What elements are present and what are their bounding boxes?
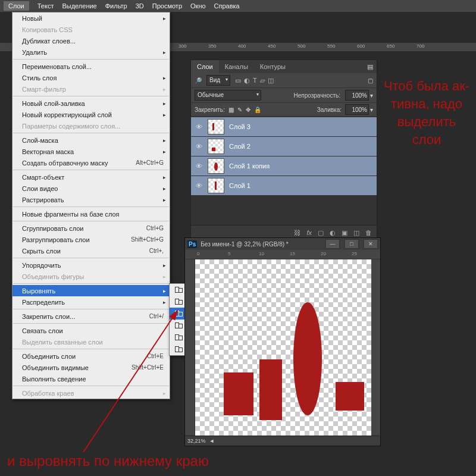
visibility-icon[interactable]: 👁 bbox=[195, 182, 203, 189]
status-arrow-icon[interactable]: ◄ bbox=[209, 438, 215, 444]
visibility-icon[interactable]: 👁 bbox=[195, 143, 203, 150]
menu-item: Объединить фигуры bbox=[12, 271, 170, 282]
menu-item[interactable]: Смарт-объект bbox=[12, 171, 170, 183]
layer-name[interactable]: Слой 2 bbox=[229, 143, 250, 150]
filter-type-dropdown[interactable]: Вид bbox=[206, 75, 230, 86]
layers-panel[interactable]: Слои Каналы Контуры ▤ 🔎 Вид ▭ ◐ T ▱ ◫ ▢ … bbox=[190, 60, 377, 240]
menu-item[interactable]: Дубликат слоев... bbox=[12, 35, 170, 46]
menu-item[interactable]: Скрыть слоиCtrl+, bbox=[12, 245, 170, 256]
filter-pixel-icon[interactable]: ▭ bbox=[235, 77, 241, 84]
menu-item[interactable]: Новый корректирующий слой bbox=[12, 109, 170, 120]
doc-ruler-v bbox=[185, 259, 195, 436]
link-icon[interactable]: ⛓ bbox=[294, 229, 300, 236]
menu-item[interactable]: Новый слой-заливка bbox=[12, 98, 170, 109]
tab-channels[interactable]: Каналы bbox=[219, 60, 254, 73]
menu-item[interactable]: Векторная маска bbox=[12, 146, 170, 157]
menu-window[interactable]: Окно bbox=[190, 2, 206, 10]
filter-adjust-icon[interactable]: ◐ bbox=[244, 77, 250, 84]
menu-item[interactable]: Закрепить слои...Ctrl+/ bbox=[12, 311, 170, 322]
shape-ellipse bbox=[293, 302, 322, 415]
layer-row[interactable]: 👁Слой 2 bbox=[191, 136, 377, 156]
close-button[interactable]: ✕ bbox=[364, 239, 378, 249]
layers-menu-dropdown[interactable]: НовыйКопировать CSSДубликат слоев...Удал… bbox=[12, 12, 170, 399]
menu-item[interactable]: Выровнять bbox=[12, 285, 170, 296]
menu-select[interactable]: Выделение bbox=[62, 2, 96, 10]
menu-item[interactable]: Новый bbox=[12, 12, 170, 24]
fx-icon[interactable]: fx bbox=[306, 229, 312, 236]
menu-item[interactable]: Объединить слоиCtrl+E bbox=[12, 350, 170, 362]
ps-icon: Ps bbox=[187, 240, 197, 248]
adjust-icon[interactable]: ◐ bbox=[330, 229, 336, 237]
visibility-icon[interactable]: 👁 bbox=[195, 123, 203, 130]
layer-row[interactable]: 👁Слой 3 bbox=[191, 117, 377, 136]
layer-row[interactable]: 👁Слой 1 bbox=[191, 176, 377, 195]
layer-name[interactable]: Слой 3 bbox=[229, 123, 250, 130]
tab-layers[interactable]: Слои bbox=[191, 60, 219, 73]
menu-3d[interactable]: 3D bbox=[136, 2, 144, 10]
lock-trans-icon[interactable]: ▩ bbox=[228, 107, 234, 113]
group-icon[interactable]: ▣ bbox=[342, 229, 347, 237]
opacity-input[interactable] bbox=[345, 90, 369, 101]
menu-item[interactable]: Удалить bbox=[12, 46, 170, 58]
menu-item[interactable]: Слой-маска bbox=[12, 134, 170, 146]
layer-thumb bbox=[208, 139, 224, 154]
menu-item: Выделить связанные слои bbox=[12, 336, 170, 347]
menu-help[interactable]: Справка bbox=[214, 2, 240, 10]
document-window[interactable]: Ps Без имени-1 @ 32,2% (RGB/8) * — □ ✕ 0… bbox=[184, 237, 381, 446]
panel-menu-icon[interactable]: ▤ bbox=[367, 63, 373, 71]
lock-row: Закрепить: ▩ ✎ ✥ 🔒 Заливка: ▾ bbox=[191, 103, 377, 117]
menu-item[interactable]: Выполнить сведение bbox=[12, 373, 170, 384]
panel-tabs[interactable]: Слои Каналы Контуры ▤ bbox=[191, 60, 377, 73]
lock-paint-icon[interactable]: ✎ bbox=[237, 107, 242, 113]
shape-rect-3 bbox=[336, 382, 364, 411]
shape-rect-1 bbox=[224, 372, 253, 415]
menu-item[interactable]: Стиль слоя bbox=[12, 72, 170, 83]
mask-icon[interactable]: ▢ bbox=[318, 229, 324, 237]
layer-row[interactable]: 👁Слой 1 копия bbox=[191, 156, 377, 176]
filter-toggle-icon[interactable]: ▢ bbox=[368, 77, 373, 84]
menu-item[interactable]: Переименовать слой... bbox=[12, 61, 170, 72]
layer-name[interactable]: Слой 1 копия bbox=[229, 162, 270, 170]
minimize-button[interactable]: — bbox=[325, 239, 340, 249]
blend-row: Обычные Непрозрачность: ▾ bbox=[191, 88, 377, 103]
menu-item[interactable]: Разгруппировать слоиShift+Ctrl+G bbox=[12, 234, 170, 245]
menu-item[interactable]: Растрировать bbox=[12, 194, 170, 205]
tab-paths[interactable]: Контуры bbox=[254, 60, 292, 73]
layer-list[interactable]: 👁Слой 3👁Слой 2👁Слой 1 копия👁Слой 1 bbox=[191, 117, 377, 195]
lock-all-icon[interactable]: 🔒 bbox=[254, 107, 261, 113]
layer-name[interactable]: Слой 1 bbox=[229, 182, 250, 189]
menu-item[interactable]: Новые фрагменты на базе слоя bbox=[12, 208, 170, 220]
app-menubar[interactable]: Слои Текст Выделение Фильтр 3D Просмотр … bbox=[0, 0, 476, 12]
menu-item: Параметры содержимого слоя... bbox=[12, 120, 170, 131]
search-icon[interactable]: 🔎 bbox=[195, 77, 202, 84]
menu-item: Смарт-фильтр bbox=[12, 83, 170, 95]
menu-filter[interactable]: Фильтр bbox=[105, 2, 127, 10]
menu-layers[interactable]: Слои bbox=[4, 1, 29, 11]
menu-item[interactable]: Распределить bbox=[12, 296, 170, 308]
layer-thumb bbox=[208, 119, 224, 134]
menu-view[interactable]: Просмотр bbox=[152, 2, 182, 10]
menu-item[interactable]: Сгруппировать слоиCtrl+G bbox=[12, 223, 170, 234]
fill-input[interactable] bbox=[345, 104, 369, 115]
lock-pos-icon[interactable]: ✥ bbox=[246, 107, 250, 113]
menu-item[interactable]: Слои видео bbox=[12, 183, 170, 194]
blend-mode-dropdown[interactable]: Обычные bbox=[195, 90, 261, 101]
menu-item[interactable]: Связать слои bbox=[12, 325, 170, 336]
new-layer-icon[interactable]: ◫ bbox=[353, 229, 359, 237]
filter-shape-icon[interactable]: ▱ bbox=[260, 77, 265, 84]
shape-rect-2 bbox=[259, 359, 282, 420]
filter-icons[interactable]: ▭ ◐ T ▱ ◫ bbox=[235, 77, 274, 84]
layer-thumb bbox=[208, 158, 224, 174]
maximize-button[interactable]: □ bbox=[345, 239, 359, 249]
visibility-icon[interactable]: 👁 bbox=[195, 162, 203, 170]
filter-type-icon[interactable]: T bbox=[253, 77, 257, 84]
trash-icon[interactable]: 🗑 bbox=[365, 229, 372, 236]
filter-smart-icon[interactable]: ◫ bbox=[268, 77, 274, 84]
menu-item[interactable]: Объединить видимыеShift+Ctrl+E bbox=[12, 362, 170, 373]
menu-item[interactable]: Создать обтравочную маскуAlt+Ctrl+G bbox=[12, 157, 170, 168]
menu-item[interactable]: Упорядочить bbox=[12, 259, 170, 271]
canvas[interactable] bbox=[195, 259, 371, 436]
doc-titlebar[interactable]: Ps Без имени-1 @ 32,2% (RGB/8) * — □ ✕ bbox=[185, 238, 380, 250]
zoom-display[interactable]: 32,21% bbox=[187, 438, 206, 444]
menu-text[interactable]: Текст bbox=[37, 2, 54, 10]
